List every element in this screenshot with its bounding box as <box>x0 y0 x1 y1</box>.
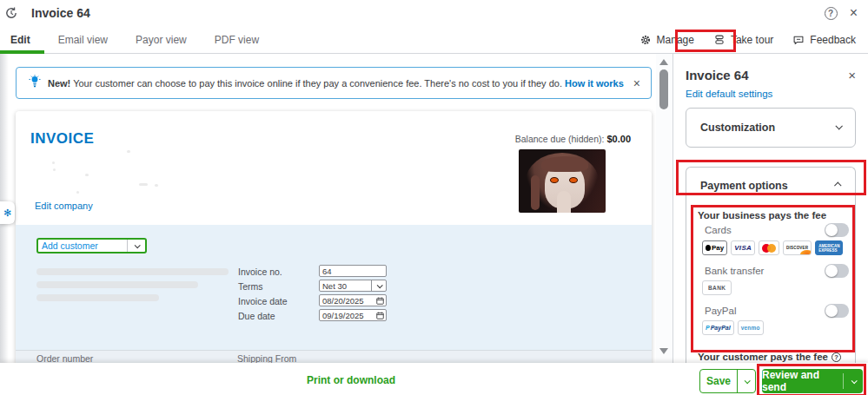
tab-email-view[interactable]: Email view <box>44 26 122 54</box>
terms-label: Terms <box>238 281 263 292</box>
edit-default-settings-link[interactable]: Edit default settings <box>686 89 772 99</box>
tab-edit[interactable]: Edit <box>0 26 44 54</box>
manage-label: Manage <box>657 34 694 46</box>
vertical-scrollbar[interactable] <box>656 54 673 363</box>
how-it-works-link[interactable]: How it works <box>565 78 624 89</box>
company-info-redacted <box>155 184 158 187</box>
terms-select[interactable]: Net 30 <box>319 280 387 292</box>
bank-badge: BANK <box>702 280 732 295</box>
review-and-send-button[interactable]: Review and send <box>762 369 863 393</box>
review-and-send-label: Review and send <box>762 369 843 393</box>
speech-bubble-icon <box>792 34 805 46</box>
banner-close-icon[interactable]: × <box>633 76 640 90</box>
chevron-up-icon[interactable] <box>834 181 841 188</box>
scrollbar-thumb[interactable] <box>659 69 668 109</box>
edit-company-link[interactable]: Edit company <box>35 201 93 211</box>
business-fee-heading: Your business pays the fee <box>698 210 826 221</box>
skeleton-line <box>36 281 198 288</box>
due-date-label: Due date <box>238 311 275 321</box>
invoice-editor-window: Invoice 64 ? × Edit Email view Payor vie… <box>0 0 868 395</box>
paypal-text: PayPal <box>711 325 731 331</box>
apple-icon <box>706 245 711 251</box>
chevron-down-icon[interactable] <box>128 244 145 248</box>
invoice-date-value: 08/20/2025 <box>322 296 364 306</box>
add-customer-dropdown[interactable]: Add customer <box>36 238 147 253</box>
scroll-down-arrow[interactable] <box>659 348 668 354</box>
panel-close-icon[interactable]: × <box>848 68 856 82</box>
banner-text: Your customer can choose to pay this inv… <box>73 78 562 89</box>
panel-title: Invoice 64 <box>686 68 749 82</box>
skeleton-line <box>36 294 159 301</box>
take-tour-label: Take tour <box>731 34 773 46</box>
page-title: Invoice 64 <box>31 6 90 20</box>
company-info-redacted <box>127 150 130 153</box>
invoice-no-label: Invoice no. <box>238 267 282 277</box>
customization-section[interactable]: Customization <box>686 108 856 148</box>
payment-options-label[interactable]: Payment options <box>700 168 788 204</box>
lightbulb-icon <box>29 75 41 91</box>
balance-due: Balance due (hidden):$0.00 <box>515 134 631 144</box>
feedback-button[interactable]: Feedback <box>792 34 856 46</box>
invoice-heading: INVOICE <box>30 130 94 148</box>
save-chevron-icon[interactable] <box>738 370 755 392</box>
add-customer-label: Add customer <box>38 240 127 251</box>
card-brand-badges: Pay VISA DISCOVER AMERICANEXPRESS <box>702 240 843 255</box>
payment-options-section: Payment options Your business pays the f… <box>686 167 856 363</box>
take-tour-button[interactable]: Take tour <box>713 34 773 46</box>
review-chevron-icon[interactable] <box>844 369 863 393</box>
new-feature-banner: New! Your customer can choose to pay thi… <box>16 67 652 99</box>
apple-pay-badge: Pay <box>702 240 727 255</box>
invoice-preview-card: INVOICE Balance due (hidden):$0.00 Edit … <box>16 111 652 365</box>
apple-pay-text: Pay <box>712 244 724 252</box>
due-date-input[interactable]: 09/19/2025 <box>319 309 387 321</box>
invoice-form-section: Add customer Invoice no. Terms Net 30 In… <box>16 225 652 350</box>
info-icon[interactable]: ? <box>832 352 841 362</box>
discover-badge: DISCOVER <box>783 240 812 255</box>
company-info-redacted <box>53 168 56 171</box>
invoice-date-input[interactable]: 08/20/2025 <box>319 294 387 306</box>
tab-toolbar: Manage Take tour <box>639 34 868 46</box>
scroll-up-arrow[interactable] <box>659 59 668 65</box>
calendar-icon[interactable] <box>376 297 386 305</box>
paypal-toggle[interactable] <box>825 304 849 318</box>
banner-badge: New! <box>48 78 70 89</box>
print-or-download-link[interactable]: Print or download <box>287 374 415 386</box>
calendar-icon[interactable] <box>376 312 386 319</box>
cards-toggle[interactable] <box>825 223 849 237</box>
bank-transfer-label: Bank transfer <box>705 266 764 276</box>
due-date-value: 09/19/2025 <box>322 311 364 320</box>
company-info-redacted <box>52 161 55 164</box>
action-footer: Print or download Save Review and send <box>0 363 868 395</box>
banner-message: New! Your customer can choose to pay thi… <box>48 78 624 89</box>
balance-value: $0.00 <box>606 134 631 144</box>
bank-transfer-toggle[interactable] <box>825 264 849 278</box>
manage-button[interactable]: Manage <box>639 34 694 46</box>
window-header: Invoice 64 ? × <box>0 0 868 26</box>
mastercard-badge <box>759 240 779 255</box>
history-icon[interactable] <box>0 6 23 20</box>
visa-badge: VISA <box>731 240 755 255</box>
save-button[interactable]: Save <box>699 369 756 393</box>
tab-payor-view[interactable]: Payor view <box>122 26 201 54</box>
customer-fee-text: Your customer pays the fee <box>698 352 828 362</box>
company-logo-image <box>519 149 606 213</box>
paypal-icon: P <box>706 325 710 331</box>
invoice-no-value[interactable] <box>322 267 386 276</box>
floating-widget-icon[interactable]: ✻ <box>0 201 15 224</box>
close-window-icon[interactable]: × <box>850 6 858 20</box>
skeleton-line <box>36 268 229 275</box>
paypal-badges: PPayPal venmo <box>702 320 764 335</box>
paypal-badge: PPayPal <box>702 320 734 335</box>
customization-label: Customization <box>700 109 775 147</box>
chevron-down-icon[interactable] <box>372 284 386 288</box>
cards-label: Cards <box>705 225 732 235</box>
invoice-no-input[interactable] <box>319 265 387 277</box>
venmo-badge: venmo <box>738 320 764 335</box>
bank-badges: BANK <box>702 280 732 295</box>
customer-fee-heading: Your customer pays the fee ? <box>698 352 841 362</box>
help-icon[interactable]: ? <box>825 7 838 20</box>
paypal-label: PayPal <box>705 306 736 316</box>
tab-pdf-view[interactable]: PDF view <box>201 26 273 54</box>
invoice-date-label: Invoice date <box>238 296 288 306</box>
gear-icon <box>639 34 652 46</box>
